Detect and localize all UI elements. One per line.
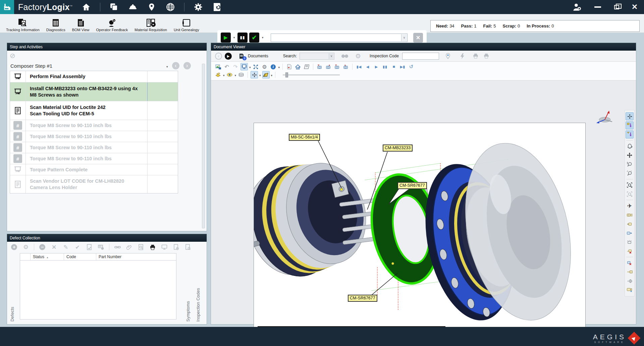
info-icon[interactable]: i <box>270 63 277 70</box>
zoom-inout-icon[interactable] <box>626 160 634 168</box>
document-add-icon[interactable] <box>172 243 180 251</box>
camera-delete-icon[interactable] <box>626 247 634 255</box>
settings-gear-icon[interactable] <box>193 2 203 12</box>
next-step-button[interactable] <box>183 62 191 69</box>
combobox-dropdown-icon[interactable] <box>401 34 407 41</box>
defect-col-empty[interactable] <box>20 253 31 260</box>
location-pin-icon[interactable] <box>147 2 157 12</box>
minimize-button[interactable] <box>590 2 605 12</box>
step-row[interactable]: Scan Vendor LOT CODE for CM-LH82820 Came… <box>10 175 178 193</box>
step-selector-caret-icon[interactable] <box>166 63 168 69</box>
attachment-icon[interactable] <box>125 243 133 251</box>
defect-col-status[interactable]: Status <box>31 253 64 260</box>
hardhat-icon[interactable] <box>128 2 138 12</box>
zoom-extents-icon[interactable] <box>626 190 634 198</box>
print-document-icon[interactable] <box>473 53 479 59</box>
callout-label-mounting-bracket[interactable]: CM-MB23233 <box>383 145 413 152</box>
unit-genealogy-button[interactable]: Unit Genealogy <box>170 16 203 33</box>
step-selector[interactable]: Composer Step #1 <box>7 61 207 71</box>
undo-icon[interactable] <box>223 63 230 70</box>
documents-icon[interactable]: 8 <box>239 53 245 59</box>
tab-defects[interactable]: Defects <box>10 307 15 322</box>
start-button[interactable] <box>221 33 231 43</box>
step-row[interactable]: Perform Final Assembly <box>10 71 178 82</box>
documents-stack-icon[interactable] <box>109 2 119 12</box>
home-icon[interactable] <box>81 2 91 12</box>
tab-inspection-codes[interactable]: Inspection Codes <box>196 288 201 322</box>
measure-wedge-icon[interactable] <box>262 71 270 78</box>
layers-caret-icon[interactable] <box>223 72 225 78</box>
defect-col-code[interactable]: Code <box>64 253 96 260</box>
filter-remove-icon[interactable] <box>626 130 634 138</box>
camera-clear-all-icon[interactable] <box>626 259 634 267</box>
step-row[interactable]: Torque M8 Screw to 90-110 inch lbs <box>10 142 178 153</box>
cad-canvas[interactable]: M8-SC-56x1/4 CM-MB23233 CM-SR67677 CM-SR… <box>254 123 586 346</box>
view-orientation-icon[interactable] <box>240 63 248 70</box>
complete-button[interactable] <box>249 33 259 43</box>
operator-feedback-button[interactable]: Operator Feedback <box>93 16 131 33</box>
document-search-icon[interactable] <box>137 243 145 251</box>
visibility-caret-icon[interactable] <box>235 72 236 78</box>
print-icon[interactable] <box>149 243 156 251</box>
document-find-icon[interactable] <box>184 243 192 251</box>
step-row[interactable]: Torque M8 Screw to 90-110 inch lbs <box>10 153 178 164</box>
edit-defect-icon[interactable] <box>62 243 69 251</box>
restart-session-icon[interactable] <box>212 2 222 12</box>
camera-back-icon[interactable] <box>626 220 634 228</box>
measure-caret-icon[interactable] <box>271 72 273 78</box>
material-requisition-button[interactable]: Material Requisition <box>131 16 170 33</box>
pause-animation-icon[interactable] <box>381 63 389 70</box>
diagnostics-button[interactable]: Diagnostics <box>43 16 69 33</box>
filter-flash-icon[interactable] <box>460 53 465 59</box>
link-icon[interactable] <box>114 243 121 251</box>
tracking-information-button[interactable]: Tracking Information <box>3 16 43 33</box>
replay-icon[interactable] <box>408 63 415 70</box>
binoculars-icon[interactable] <box>341 54 348 58</box>
step-row[interactable]: Torque M8 Screw to 90-110 inch lbs <box>10 120 178 131</box>
camera-view-up-icon[interactable] <box>316 63 323 70</box>
viewer-settings-icon[interactable] <box>355 52 361 60</box>
step-row[interactable]: Torque M8 Screw to 90-110 inch lbs <box>10 131 178 142</box>
next-document-button[interactable] <box>225 53 232 60</box>
callout-label-m8-screw[interactable]: M8-SC-56x1/4 <box>289 134 320 141</box>
callout-label-seal-ring-top[interactable]: CM-SR67677 <box>397 182 427 189</box>
defect-col-part-number[interactable]: Part Number <box>96 253 176 260</box>
info-caret-icon[interactable] <box>278 64 280 70</box>
pane-toggle-icon[interactable] <box>626 268 634 276</box>
select-crosshair-icon[interactable] <box>626 112 634 120</box>
restore-button[interactable] <box>609 2 624 12</box>
annotations-icon[interactable] <box>303 63 310 70</box>
delete-defect-icon[interactable] <box>50 243 58 251</box>
filter-add-icon[interactable] <box>626 121 634 129</box>
sections-stack-icon[interactable] <box>237 71 245 78</box>
step-forward-icon[interactable] <box>373 63 380 70</box>
callout-label-seal-ring-bottom[interactable]: CM-SR67677 <box>348 295 377 302</box>
camera-view-down-icon[interactable] <box>333 63 341 70</box>
camera-view-left-icon[interactable] <box>342 63 350 70</box>
visibility-eye-icon[interactable] <box>226 71 233 78</box>
search-combobox[interactable] <box>300 53 334 60</box>
orbit-rotate-icon[interactable] <box>626 142 634 150</box>
render-settings-icon[interactable] <box>261 63 268 70</box>
table-settings-icon[interactable] <box>97 243 105 251</box>
search-dropdown-icon[interactable] <box>329 53 334 59</box>
zoom-slider-knob[interactable] <box>285 72 288 77</box>
validate-document-icon[interactable] <box>86 243 93 251</box>
unit-combobox[interactable] <box>271 34 408 42</box>
export-document-icon[interactable] <box>285 63 293 70</box>
go-to-start-icon[interactable] <box>355 63 363 70</box>
remove-defect-icon[interactable] <box>39 243 46 251</box>
camera-view-icon[interactable] <box>626 211 634 219</box>
zoom-window-icon[interactable] <box>626 169 634 177</box>
view-orientation-caret-icon[interactable] <box>249 64 251 70</box>
zoom-slider[interactable] <box>283 74 340 75</box>
layers-icon[interactable] <box>214 71 222 78</box>
clear-button[interactable] <box>413 33 423 43</box>
print-all-icon[interactable] <box>483 53 489 59</box>
bom-view-button[interactable]: BOM View <box>69 16 93 33</box>
confirm-defect-icon[interactable] <box>74 243 81 251</box>
step-row[interactable]: Torque Pattern Complete <box>10 164 178 175</box>
step-back-icon[interactable] <box>364 63 371 70</box>
previous-document-button[interactable] <box>215 53 222 60</box>
camera-target-icon[interactable] <box>626 277 634 285</box>
